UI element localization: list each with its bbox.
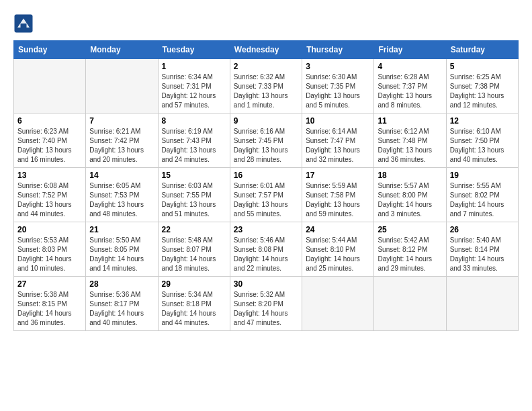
calendar-day-cell: 8Sunrise: 6:19 AM Sunset: 7:43 PM Daylig… bbox=[158, 113, 230, 168]
day-number: 25 bbox=[378, 225, 442, 234]
calendar-day-cell: 30Sunrise: 5:32 AM Sunset: 8:20 PM Dayli… bbox=[230, 277, 302, 331]
calendar-day-cell bbox=[302, 277, 374, 331]
calendar-day-cell: 22Sunrise: 5:48 AM Sunset: 8:07 PM Dayli… bbox=[158, 222, 230, 277]
day-number: 22 bbox=[162, 225, 226, 234]
calendar-day-cell: 2Sunrise: 6:32 AM Sunset: 7:33 PM Daylig… bbox=[230, 59, 302, 113]
calendar-day-cell: 14Sunrise: 6:05 AM Sunset: 7:53 PM Dayli… bbox=[86, 168, 158, 222]
calendar-day-cell: 24Sunrise: 5:44 AM Sunset: 8:10 PM Dayli… bbox=[302, 222, 374, 277]
day-info: Sunrise: 5:36 AM Sunset: 8:17 PM Dayligh… bbox=[89, 290, 154, 328]
calendar-day-cell: 3Sunrise: 6:30 AM Sunset: 7:35 PM Daylig… bbox=[302, 59, 374, 113]
day-of-week-header: Wednesday bbox=[230, 41, 302, 59]
day-info: Sunrise: 5:34 AM Sunset: 8:18 PM Dayligh… bbox=[162, 290, 226, 328]
day-info: Sunrise: 5:46 AM Sunset: 8:08 PM Dayligh… bbox=[234, 236, 298, 273]
calendar-day-cell: 16Sunrise: 6:01 AM Sunset: 7:57 PM Dayli… bbox=[230, 168, 302, 222]
logo bbox=[13, 13, 36, 34]
calendar-day-cell: 17Sunrise: 5:59 AM Sunset: 7:58 PM Dayli… bbox=[302, 168, 374, 222]
day-number: 30 bbox=[234, 279, 298, 289]
day-number: 6 bbox=[17, 116, 82, 126]
calendar-week-row: 6Sunrise: 6:23 AM Sunset: 7:40 PM Daylig… bbox=[14, 113, 519, 168]
calendar-day-cell bbox=[374, 277, 446, 331]
day-number: 10 bbox=[306, 116, 370, 126]
calendar-week-row: 13Sunrise: 6:08 AM Sunset: 7:52 PM Dayli… bbox=[14, 168, 519, 222]
day-number: 24 bbox=[306, 225, 370, 234]
day-of-week-header: Monday bbox=[86, 41, 158, 59]
day-info: Sunrise: 6:05 AM Sunset: 7:53 PM Dayligh… bbox=[89, 181, 154, 219]
calendar: SundayMondayTuesdayWednesdayThursdayFrid… bbox=[13, 40, 519, 331]
day-of-week-header: Friday bbox=[374, 41, 446, 59]
day-of-week-header: Thursday bbox=[302, 41, 374, 59]
calendar-week-row: 20Sunrise: 5:53 AM Sunset: 8:03 PM Dayli… bbox=[14, 222, 519, 277]
day-number: 5 bbox=[450, 62, 515, 71]
calendar-day-cell: 4Sunrise: 6:28 AM Sunset: 7:37 PM Daylig… bbox=[374, 59, 446, 113]
day-number: 18 bbox=[378, 171, 442, 180]
day-number: 4 bbox=[378, 62, 442, 71]
day-number: 12 bbox=[450, 116, 515, 126]
calendar-day-cell: 12Sunrise: 6:10 AM Sunset: 7:50 PM Dayli… bbox=[446, 113, 518, 168]
day-number: 19 bbox=[450, 171, 515, 180]
calendar-day-cell bbox=[446, 277, 518, 331]
day-number: 14 bbox=[89, 171, 154, 180]
day-of-week-header: Tuesday bbox=[158, 41, 230, 59]
day-info: Sunrise: 6:19 AM Sunset: 7:43 PM Dayligh… bbox=[162, 127, 226, 165]
day-info: Sunrise: 5:48 AM Sunset: 8:07 PM Dayligh… bbox=[162, 236, 226, 273]
day-number: 28 bbox=[89, 279, 154, 289]
day-info: Sunrise: 6:08 AM Sunset: 7:52 PM Dayligh… bbox=[17, 181, 82, 219]
calendar-day-cell: 26Sunrise: 5:40 AM Sunset: 8:14 PM Dayli… bbox=[446, 222, 518, 277]
calendar-day-cell: 7Sunrise: 6:21 AM Sunset: 7:42 PM Daylig… bbox=[86, 113, 158, 168]
page-header bbox=[13, 13, 519, 34]
day-number: 17 bbox=[306, 171, 370, 180]
calendar-day-cell: 21Sunrise: 5:50 AM Sunset: 8:05 PM Dayli… bbox=[86, 222, 158, 277]
calendar-day-cell: 23Sunrise: 5:46 AM Sunset: 8:08 PM Dayli… bbox=[230, 222, 302, 277]
calendar-day-cell: 10Sunrise: 6:14 AM Sunset: 7:47 PM Dayli… bbox=[302, 113, 374, 168]
calendar-week-row: 1Sunrise: 6:34 AM Sunset: 7:31 PM Daylig… bbox=[14, 59, 519, 113]
day-info: Sunrise: 5:32 AM Sunset: 8:20 PM Dayligh… bbox=[234, 290, 298, 328]
day-info: Sunrise: 5:50 AM Sunset: 8:05 PM Dayligh… bbox=[89, 236, 154, 273]
day-number: 1 bbox=[162, 62, 226, 71]
calendar-day-cell: 11Sunrise: 6:12 AM Sunset: 7:48 PM Dayli… bbox=[374, 113, 446, 168]
day-info: Sunrise: 6:21 AM Sunset: 7:42 PM Dayligh… bbox=[89, 127, 154, 165]
day-info: Sunrise: 6:30 AM Sunset: 7:35 PM Dayligh… bbox=[306, 73, 370, 110]
day-number: 26 bbox=[450, 225, 515, 234]
day-number: 15 bbox=[162, 171, 226, 180]
day-number: 13 bbox=[17, 171, 82, 180]
calendar-header-row: SundayMondayTuesdayWednesdayThursdayFrid… bbox=[14, 41, 519, 59]
calendar-day-cell: 18Sunrise: 5:57 AM Sunset: 8:00 PM Dayli… bbox=[374, 168, 446, 222]
calendar-day-cell: 9Sunrise: 6:16 AM Sunset: 7:45 PM Daylig… bbox=[230, 113, 302, 168]
day-number: 27 bbox=[17, 279, 82, 289]
day-number: 20 bbox=[17, 225, 82, 234]
day-number: 29 bbox=[162, 279, 226, 289]
day-info: Sunrise: 6:03 AM Sunset: 7:55 PM Dayligh… bbox=[162, 181, 226, 219]
calendar-day-cell: 20Sunrise: 5:53 AM Sunset: 8:03 PM Dayli… bbox=[14, 222, 86, 277]
day-info: Sunrise: 5:57 AM Sunset: 8:00 PM Dayligh… bbox=[378, 181, 442, 219]
day-info: Sunrise: 6:16 AM Sunset: 7:45 PM Dayligh… bbox=[234, 127, 298, 165]
day-info: Sunrise: 5:40 AM Sunset: 8:14 PM Dayligh… bbox=[450, 236, 515, 273]
day-info: Sunrise: 6:23 AM Sunset: 7:40 PM Dayligh… bbox=[17, 127, 82, 165]
calendar-day-cell: 13Sunrise: 6:08 AM Sunset: 7:52 PM Dayli… bbox=[14, 168, 86, 222]
svg-rect-2 bbox=[21, 24, 27, 28]
day-number: 8 bbox=[162, 116, 226, 126]
day-info: Sunrise: 5:55 AM Sunset: 8:02 PM Dayligh… bbox=[450, 181, 515, 219]
calendar-day-cell: 6Sunrise: 6:23 AM Sunset: 7:40 PM Daylig… bbox=[14, 113, 86, 168]
day-number: 9 bbox=[234, 116, 298, 126]
calendar-day-cell: 1Sunrise: 6:34 AM Sunset: 7:31 PM Daylig… bbox=[158, 59, 230, 113]
day-info: Sunrise: 6:10 AM Sunset: 7:50 PM Dayligh… bbox=[450, 127, 515, 165]
calendar-day-cell: 29Sunrise: 5:34 AM Sunset: 8:18 PM Dayli… bbox=[158, 277, 230, 331]
day-number: 3 bbox=[306, 62, 370, 71]
day-number: 23 bbox=[234, 225, 298, 234]
day-info: Sunrise: 5:59 AM Sunset: 7:58 PM Dayligh… bbox=[306, 181, 370, 219]
logo-icon bbox=[13, 13, 34, 34]
calendar-day-cell: 15Sunrise: 6:03 AM Sunset: 7:55 PM Dayli… bbox=[158, 168, 230, 222]
day-info: Sunrise: 5:44 AM Sunset: 8:10 PM Dayligh… bbox=[306, 236, 370, 273]
calendar-day-cell: 19Sunrise: 5:55 AM Sunset: 8:02 PM Dayli… bbox=[446, 168, 518, 222]
calendar-day-cell bbox=[14, 59, 86, 113]
day-info: Sunrise: 6:12 AM Sunset: 7:48 PM Dayligh… bbox=[378, 127, 442, 165]
day-of-week-header: Saturday bbox=[446, 41, 518, 59]
day-number: 2 bbox=[234, 62, 298, 71]
day-info: Sunrise: 6:25 AM Sunset: 7:38 PM Dayligh… bbox=[450, 73, 515, 110]
calendar-day-cell bbox=[86, 59, 158, 113]
day-info: Sunrise: 5:38 AM Sunset: 8:15 PM Dayligh… bbox=[17, 290, 82, 328]
day-info: Sunrise: 6:34 AM Sunset: 7:31 PM Dayligh… bbox=[162, 73, 226, 110]
day-info: Sunrise: 6:14 AM Sunset: 7:47 PM Dayligh… bbox=[306, 127, 370, 165]
day-info: Sunrise: 5:42 AM Sunset: 8:12 PM Dayligh… bbox=[378, 236, 442, 273]
day-info: Sunrise: 5:53 AM Sunset: 8:03 PM Dayligh… bbox=[17, 236, 82, 273]
